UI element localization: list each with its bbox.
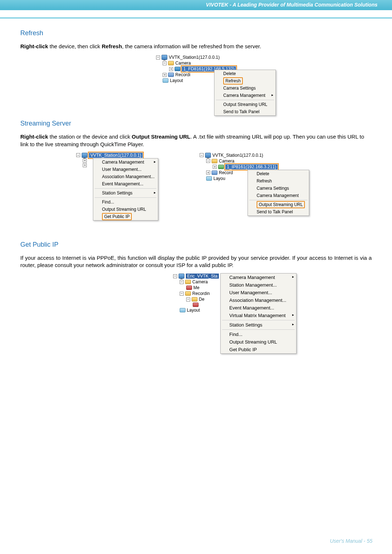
station-label: VVTK_Station1(127.0.0.1): [212, 153, 263, 158]
folder-icon: [168, 73, 174, 77]
camera-folder-label: Camera: [175, 61, 191, 66]
layout-folder-label: Layou: [213, 176, 225, 181]
menu-camera-settings[interactable]: Camera Settings: [215, 85, 275, 92]
menu-separator: [222, 329, 295, 330]
menu-user-management[interactable]: User Management...: [93, 166, 158, 173]
menu-output-streaming-url[interactable]: Output Streaming URL: [215, 101, 275, 108]
menu-association-management[interactable]: Association Management...: [93, 173, 158, 180]
collapse-icon[interactable]: [76, 153, 80, 157]
menu-virtual-matrix-management[interactable]: Virtual Matrix Management: [221, 312, 296, 319]
monitor-icon: [162, 55, 167, 60]
folder-icon: [185, 291, 191, 296]
publicip-paragraph: If your access to Internet is via PPPoE,…: [20, 254, 372, 269]
menu-camera-management[interactable]: Camera Management: [93, 159, 158, 166]
figure-publicip: Eric_VVTK_Sta Camera Me Recordin De Layo…: [20, 273, 372, 364]
menu-station-management[interactable]: Station Management...: [221, 281, 296, 289]
expand-icon[interactable]: [163, 73, 167, 77]
menu-output-streaming-url[interactable]: Output Streaming URL: [93, 206, 158, 213]
folder-icon: [192, 297, 197, 301]
layout-icon: [163, 78, 168, 83]
collapse-icon[interactable]: [186, 297, 190, 301]
camera-icon: [186, 286, 192, 290]
menu-station-settings[interactable]: Station Settings: [221, 321, 296, 329]
collapse-icon[interactable]: [206, 159, 210, 163]
folder-icon: [185, 280, 191, 284]
camera-icon: [218, 165, 224, 169]
collapse-icon[interactable]: [200, 153, 204, 157]
menu-camera-management[interactable]: Camera Management: [248, 192, 309, 199]
menu-delete[interactable]: Delete: [215, 70, 275, 77]
heading-streaming-server: Streaming Server: [20, 120, 372, 127]
txt: Refresh: [102, 43, 122, 49]
monitor-icon: [205, 153, 211, 158]
camera-folder-label: Camera: [219, 159, 234, 164]
expand-icon[interactable]: [213, 165, 217, 169]
collapse-icon[interactable]: [163, 61, 167, 65]
station-node-selected[interactable]: VVTK_Station1(127.0.0.1): [89, 153, 143, 158]
context-menu: Camera Management User Management... Ass…: [93, 158, 158, 221]
device-node-selected[interactable]: 1_IP8161(192.168.3.211): [225, 164, 278, 169]
txt: Right-click: [20, 43, 48, 49]
menu-refresh[interactable]: Refresh: [248, 177, 309, 185]
station-node-selected[interactable]: Eric_VVTK_Sta: [186, 274, 219, 279]
expand-icon[interactable]: [169, 67, 173, 71]
menu-output-streaming-url[interactable]: Output Streaming URL: [221, 338, 296, 346]
menu-camera-settings[interactable]: Camera Settings: [248, 185, 309, 192]
monitor-icon: [179, 274, 184, 279]
folder-icon: [212, 159, 217, 163]
collapse-icon[interactable]: [180, 292, 184, 296]
page-header: VIVOTEK - A Leading Provider of Multimed…: [0, 0, 392, 10]
menu-refresh[interactable]: Refresh: [215, 77, 275, 85]
collapse-icon[interactable]: [180, 280, 184, 284]
menu-find[interactable]: Find...: [221, 331, 296, 338]
context-menu: Camera Management Station Management... …: [220, 273, 297, 354]
recording-folder-label: Recordi: [175, 72, 190, 77]
menu-event-management[interactable]: Event Management...: [221, 304, 296, 312]
folder-icon: [212, 171, 217, 175]
camera-icon: [175, 67, 180, 71]
txt: Right-click: [20, 134, 48, 140]
camera-folder-label: Camera: [192, 279, 208, 284]
figure-refresh: VVTK_Station1(127.0.0.1) Camera 1_FD8161…: [20, 54, 372, 116]
layout-icon: [180, 308, 185, 312]
menu-event-management[interactable]: Event Management...: [93, 180, 158, 188]
menu-get-public-ip[interactable]: Get Public IP: [221, 346, 296, 353]
menu-user-management[interactable]: User Management...: [221, 289, 296, 296]
camera-icon: [193, 303, 199, 307]
layout-icon: [206, 176, 212, 181]
menu-separator: [249, 200, 307, 200]
menu-find[interactable]: Find...: [93, 198, 158, 206]
banner-text: VIVOTEK - A Leading Provider of Multimed…: [206, 2, 377, 8]
menu-station-settings[interactable]: Station Settings: [93, 189, 158, 197]
menu-get-public-ip[interactable]: Get Public IP: [93, 213, 158, 220]
tree-view: Eric_VVTK_Sta Camera Me Recordin De Layo…: [173, 273, 219, 313]
layout-folder-label: Layout: [187, 308, 200, 313]
menu-delete[interactable]: Delete: [248, 170, 309, 177]
monitor-icon: [82, 153, 87, 158]
layout-folder-label: Layout: [170, 78, 183, 83]
menu-refresh-label: Refresh: [223, 77, 243, 85]
heading-get-public-ip: Get Public IP: [20, 241, 372, 249]
expand-icon[interactable]: [83, 163, 87, 167]
menu-output-streaming-url[interactable]: Output Streaming URL: [248, 201, 309, 208]
context-menu: Delete Refresh Camera Settings Camera Ma…: [214, 70, 276, 116]
recording-folder-label: Record: [219, 170, 233, 175]
menu-send-to-talk-panel[interactable]: Send to Talk Panel: [215, 108, 275, 115]
collapse-icon[interactable]: [156, 56, 160, 59]
menu-get-public-ip-label: Get Public IP: [102, 213, 132, 220]
me-label: Me: [193, 285, 200, 290]
menu-separator: [222, 320, 295, 320]
txt: Output Streaming URL: [132, 134, 191, 140]
menu-output-url-label: Output Streaming URL: [257, 201, 305, 208]
menu-separator: [216, 100, 274, 100]
menu-camera-management[interactable]: Camera Management: [221, 274, 296, 281]
menu-camera-management[interactable]: Camera Management: [215, 92, 275, 99]
expand-icon[interactable]: [206, 171, 210, 175]
menu-send-to-talk-panel[interactable]: Send to Talk Panel: [248, 208, 309, 216]
menu-association-management[interactable]: Association Management...: [221, 296, 296, 304]
page-footer: User's Manual - 55: [330, 538, 372, 544]
expand-icon[interactable]: [83, 159, 87, 163]
page-content: Refresh Right-click the device, then cli…: [0, 19, 392, 364]
menu-separator: [95, 197, 156, 198]
collapse-icon[interactable]: [173, 274, 177, 278]
